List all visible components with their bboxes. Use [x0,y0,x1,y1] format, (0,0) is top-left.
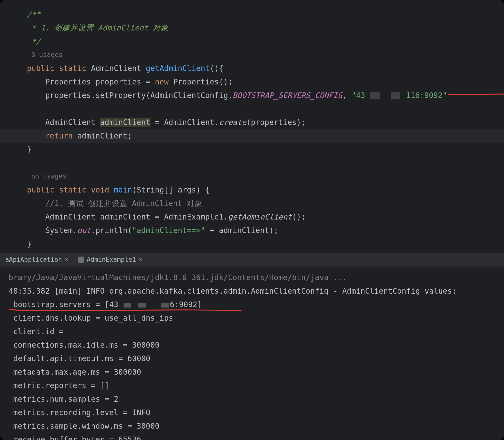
bootstrap-const: BOOTSTRAP_SERVERS_CONFIG [233,91,342,100]
console-line: default.api.timeout.ms = 60000 [9,352,504,366]
console-line: client.dns.lookup = use_all_dns_ips [9,312,504,325]
return-type: AdminClient [91,64,141,73]
console-bootstrap-servers: bootstrap.servers = [43 6:9092] [9,298,504,312]
javadoc-star: * [27,24,41,32]
system-out: out [77,226,91,235]
main-assign-line: AdminClient adminClient = AdminExample1.… [9,210,504,224]
ide-window: /** * 1. 创建并设置 AdminClient 对象 */ 3 usage… [0,0,504,440]
main-signature: public static void main(String[] args) { [9,183,504,197]
console-line: 48:35.382 [main] INFO org.apache.kafka.c… [9,285,504,298]
run-config-icon [78,257,84,263]
highlighted-variable: adminClient [100,118,150,127]
tab-label: AdminExample1 [87,256,136,263]
ip-string-start: "43 [351,91,365,100]
console-command: brary/Java/JavaVirtualMachines/jdk1.8.0_… [9,271,504,285]
tab-AdminExample1[interactable]: AdminExample1 × [75,253,146,267]
brace-close: } [27,145,32,154]
close-icon[interactable]: × [139,256,142,263]
redacted-ip-part [391,92,401,99]
redacted-ip-part [371,92,380,99]
keyword-static: static [59,64,86,73]
keyword-public: public [27,64,55,73]
keyword-new: new [155,78,169,86]
code-editor[interactable]: /** * 1. 创建并设置 AdminClient 对象 */ 3 usage… [0,0,504,253]
console-line: metrics.recording.level = INFO [9,406,504,420]
adminclient-create-line: AdminClient adminClient = AdminClient.cr… [9,116,504,129]
console-line: metrics.num.samples = 2 [9,393,504,406]
tab-label: aApiApplication [5,256,62,263]
console-line: connections.max.idle.ms = 300000 [9,339,504,352]
console-line: client.id = [9,325,504,339]
console-line: metrics.sample.window.ms = 30000 [9,420,504,433]
console-output[interactable]: brary/Java/JavaVirtualMachines/jdk1.8.0_… [0,267,504,440]
keyword-void: void [91,186,109,194]
tab-aApiApplication[interactable]: aApiApplication × [2,253,72,267]
run-tab-bar: aApiApplication × AdminExample1 × [0,253,504,267]
create-call: create [219,118,246,127]
props-decl-line: Properties properties = new Properties()… [9,75,504,89]
getAdminClient-call: getAdminClient [228,213,292,221]
line-comment: //1. 测试 创建并设置 AdminClient 对象 [45,199,202,208]
console-line: metadata.max.age.ms = 300000 [9,366,504,379]
redacted-ip-part [124,303,132,308]
return-line: return adminClient; [9,129,504,143]
redacted-ip-part [138,303,146,308]
javadoc-text: 1. 创建并设置 AdminClient 对象 [41,24,168,32]
console-line: metric.reporters = [] [9,379,504,393]
close-icon[interactable]: × [65,256,69,263]
usages-hint-none[interactable]: no usages [9,170,504,183]
usages-hint[interactable]: 3 usages [9,48,504,62]
console-line: receive.buffer.bytes = 65536 [9,433,504,440]
println-line: System.out.println("adminClient==>" + ad… [9,224,504,237]
main-method: main [114,186,132,194]
method-signature-getAdminClient: public static AdminClient getAdminClient… [9,62,504,75]
javadoc-close: */ [27,37,41,46]
keyword-return: return [45,132,73,140]
javadoc-open: /** [27,10,41,19]
set-property-line: properties.setProperty(AdminClientConfig… [9,89,504,102]
ip-string-end: 116:9092" [406,91,447,100]
redacted-ip-part [161,303,169,308]
method-name: getAdminClient [146,64,210,73]
